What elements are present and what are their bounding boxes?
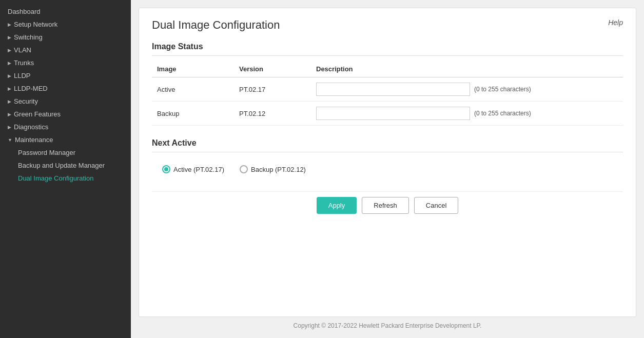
sidebar-item-lldp[interactable]: LLDP bbox=[0, 69, 131, 82]
sidebar-item-label: Password Manager bbox=[18, 149, 75, 156]
content-card: Dual Image Configuration Help Image Stat… bbox=[139, 8, 636, 317]
sidebar-item-label: Setup Network bbox=[14, 21, 57, 28]
active-description-input[interactable] bbox=[316, 83, 470, 96]
table-row: Backup PT.02.12 (0 to 255 characters) bbox=[152, 102, 623, 126]
main-content: Dual Image Configuration Help Image Stat… bbox=[131, 0, 644, 338]
radio-backup-option[interactable]: Backup (PT.02.12) bbox=[240, 165, 306, 173]
sidebar-item-label: Maintenance bbox=[15, 136, 53, 144]
sidebar-item-backup-update-manager[interactable]: Backup and Update Manager bbox=[0, 159, 131, 172]
sidebar-item-password-manager[interactable]: Password Manager bbox=[0, 146, 131, 159]
table-row: Active PT.02.17 (0 to 255 characters) bbox=[152, 77, 623, 102]
sidebar-item-trunks[interactable]: Trunks bbox=[0, 56, 131, 69]
row-backup-image: Backup bbox=[152, 102, 234, 126]
card-header: Dual Image Configuration Help bbox=[152, 18, 623, 32]
page-title: Dual Image Configuration bbox=[152, 18, 280, 32]
sidebar-item-green-features[interactable]: Green Features bbox=[0, 108, 131, 121]
sidebar-item-dashboard[interactable]: Dashboard bbox=[0, 5, 131, 18]
radio-group: Active (PT.02.17) Backup (PT.02.12) bbox=[152, 157, 623, 181]
sidebar-item-label: Switching bbox=[14, 33, 43, 41]
sidebar-item-label: VLAN bbox=[14, 46, 31, 54]
row-active-image: Active bbox=[152, 77, 234, 102]
sidebar-item-setup-network[interactable]: Setup Network bbox=[0, 18, 131, 31]
sidebar-item-dual-image-config[interactable]: Dual Image Configuration bbox=[0, 172, 131, 185]
active-desc-hint: (0 to 255 characters) bbox=[474, 86, 531, 93]
backup-description-input[interactable] bbox=[316, 107, 470, 120]
image-table: Image Version Description Active PT.02.1… bbox=[152, 61, 623, 126]
sidebar-item-security[interactable]: Security bbox=[0, 95, 131, 108]
sidebar-item-diagnostics[interactable]: Diagnostics bbox=[0, 121, 131, 133]
sidebar: Dashboard Setup Network Switching VLAN T… bbox=[0, 0, 131, 338]
next-active-title: Next Active bbox=[152, 138, 623, 152]
radio-active-option[interactable]: Active (PT.02.17) bbox=[162, 165, 224, 173]
next-active-section: Next Active Active (PT.02.17) Backup (PT… bbox=[152, 138, 623, 181]
sidebar-item-label: Dashboard bbox=[8, 8, 41, 15]
row-backup-desc: (0 to 255 characters) bbox=[311, 102, 623, 126]
row-backup-version: PT.02.12 bbox=[234, 102, 311, 126]
apply-button[interactable]: Apply bbox=[317, 197, 357, 214]
button-row: Apply Refresh Cancel bbox=[152, 191, 623, 216]
sidebar-item-label: Diagnostics bbox=[14, 123, 48, 131]
cancel-button[interactable]: Cancel bbox=[414, 197, 458, 214]
image-status-section: Image Status Image Version Description A… bbox=[152, 42, 623, 126]
col-header-version: Version bbox=[234, 61, 311, 77]
sidebar-item-maintenance[interactable]: Maintenance bbox=[0, 133, 131, 146]
footer: Copyright © 2017-2022 Hewlett Packard En… bbox=[139, 317, 636, 330]
image-status-title: Image Status bbox=[152, 42, 623, 56]
col-header-image: Image bbox=[152, 61, 234, 77]
copyright-text: Copyright © 2017-2022 Hewlett Packard En… bbox=[294, 322, 482, 329]
col-header-description: Description bbox=[311, 61, 623, 77]
radio-backup-label: Backup (PT.02.12) bbox=[251, 166, 306, 173]
sidebar-item-label: LLDP bbox=[14, 72, 31, 79]
row-active-version: PT.02.17 bbox=[234, 77, 311, 102]
desc-cell-backup: (0 to 255 characters) bbox=[316, 107, 618, 120]
sidebar-item-lldp-med[interactable]: LLDP-MED bbox=[0, 82, 131, 95]
refresh-button[interactable]: Refresh bbox=[362, 197, 409, 214]
desc-cell-active: (0 to 255 characters) bbox=[316, 83, 618, 96]
sidebar-item-label: Green Features bbox=[14, 110, 61, 118]
sidebar-item-switching[interactable]: Switching bbox=[0, 31, 131, 44]
row-active-desc: (0 to 255 characters) bbox=[311, 77, 623, 102]
sidebar-item-label: Security bbox=[14, 97, 38, 105]
sidebar-item-label: Trunks bbox=[14, 59, 34, 67]
backup-desc-hint: (0 to 255 characters) bbox=[474, 110, 531, 117]
radio-backup-input[interactable] bbox=[240, 165, 248, 173]
sidebar-item-label: Backup and Update Manager bbox=[18, 162, 105, 169]
radio-active-label: Active (PT.02.17) bbox=[173, 166, 224, 173]
sidebar-item-label: Dual Image Configuration bbox=[18, 174, 93, 182]
sidebar-item-vlan[interactable]: VLAN bbox=[0, 44, 131, 56]
radio-active-input[interactable] bbox=[162, 165, 170, 173]
help-link[interactable]: Help bbox=[608, 18, 623, 27]
sidebar-item-label: LLDP-MED bbox=[14, 85, 48, 92]
